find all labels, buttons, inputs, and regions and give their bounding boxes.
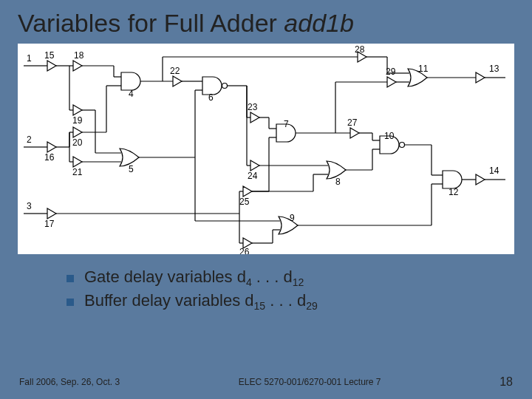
- title-text: Variables for Full Adder: [18, 9, 284, 37]
- label-gate-5: 5: [129, 164, 134, 174]
- label-gate-10: 10: [384, 131, 395, 141]
- label-buf-20: 20: [72, 137, 83, 148]
- label-buf-18: 18: [74, 50, 84, 61]
- bullet-icon: [66, 275, 74, 282]
- bullet-item: Gate delay variables d4 . . . d12: [66, 267, 532, 288]
- label-input-2: 2: [27, 134, 32, 145]
- label-gate-8: 8: [335, 177, 341, 187]
- label-out-14: 14: [489, 166, 499, 176]
- bullet-text: Buffer delay variables d15 . . . d29: [84, 291, 318, 312]
- label-buf-24: 24: [248, 171, 258, 181]
- label-input-3: 3: [27, 201, 32, 211]
- label-buf-25: 25: [239, 197, 250, 207]
- label-buf-23: 23: [248, 102, 258, 112]
- footer-center: ELEC 5270-001/6270-001 Lecture 7: [239, 377, 381, 387]
- label-gate-9: 9: [290, 213, 295, 223]
- label-gate-6: 6: [208, 92, 214, 103]
- label-input-1: 1: [27, 53, 32, 64]
- label-buf-15: 15: [44, 50, 55, 61]
- label-buf-27: 27: [347, 117, 358, 128]
- label-gate-4: 4: [129, 89, 134, 99]
- footer-left: Fall 2006, Sep. 26, Oct. 3: [19, 377, 120, 387]
- label-gate-7: 7: [284, 119, 289, 129]
- label-buf-29: 29: [386, 66, 396, 77]
- label-gate-12: 12: [449, 187, 459, 197]
- bullet-list: Gate delay variables d4 . . . d12 Buffer…: [66, 267, 532, 313]
- footer: Fall 2006, Sep. 26, Oct. 3 ELEC 5270-001…: [0, 375, 532, 389]
- title-italic: add1b: [284, 9, 354, 37]
- page-number: 18: [499, 375, 513, 389]
- label-buf-19: 19: [72, 115, 83, 126]
- circuit-diagram: 1 2 3 15 16 17 18 19 20: [18, 44, 514, 254]
- label-out-13: 13: [489, 64, 499, 74]
- label-buf-22: 22: [170, 66, 180, 76]
- label-buf-16: 16: [44, 152, 55, 163]
- label-buf-17: 17: [44, 219, 55, 229]
- bullet-text: Gate delay variables d4 . . . d12: [84, 267, 304, 288]
- bullet-item: Buffer delay variables d15 . . . d29: [66, 291, 532, 312]
- label-buf-26: 26: [239, 247, 250, 254]
- bullet-icon: [66, 299, 74, 306]
- slide-title: Variables for Full Adder add1b: [0, 0, 532, 44]
- label-buf-21: 21: [72, 167, 83, 177]
- label-gate-11: 11: [418, 64, 429, 74]
- slide: Variables for Full Adder add1b 1 2 3 15 …: [0, 0, 532, 399]
- label-buf-28: 28: [355, 44, 365, 55]
- circuit-svg: 1 2 3 15 16 17 18 19 20: [18, 44, 514, 254]
